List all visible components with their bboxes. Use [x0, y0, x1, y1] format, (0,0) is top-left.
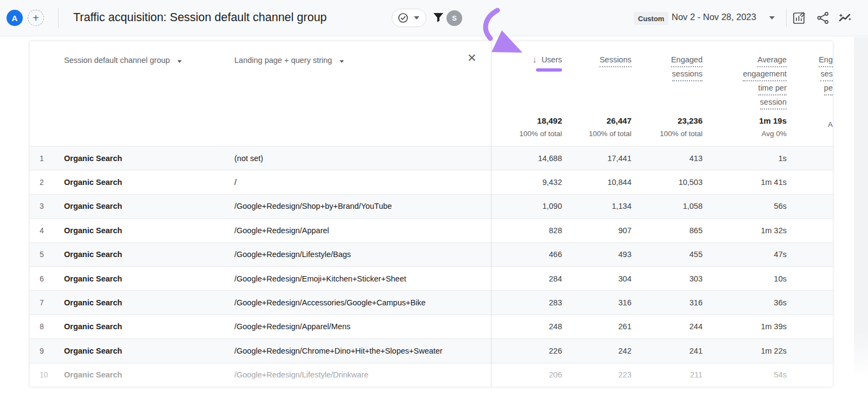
cell-users: 283	[491, 298, 562, 307]
cell-engaged-sessions: 10,503	[631, 178, 703, 187]
totals-cell: 18,492100% of total	[491, 111, 562, 146]
cell-users: 466	[491, 250, 562, 259]
metric-header-engaged-sessions[interactable]: Engagedsessions	[631, 43, 703, 112]
cell-users: 248	[491, 322, 562, 331]
cell-sessions: 304	[562, 274, 631, 283]
cell-avg-engagement-time: 1s	[703, 154, 787, 163]
cell-sessions: 1,134	[562, 202, 631, 210]
row-number: 4	[30, 226, 57, 235]
table-row: 3Organic Search/Google+Redesign/Shop+by+…	[30, 194, 833, 218]
metric-header-average-engagement-time per-session[interactable]: Averageengagementtime persession	[703, 43, 787, 112]
cell-landing-page: /Google+Redesign/Shop+by+Brand/YouTube	[228, 202, 491, 210]
metric-header-label: Sessions	[599, 53, 631, 67]
cell-engaged-sessions: 413	[631, 154, 703, 163]
totals-cell: 23,236100% of total	[631, 111, 703, 146]
date-range-selector[interactable]: Nov 2 - Nov 28, 2023	[672, 12, 756, 22]
metric-header-label: pe	[824, 81, 833, 95]
table-row: 1Organic Search(not set)14,68817,4414131…	[30, 146, 833, 170]
totals-subtext: A	[828, 120, 833, 129]
page-right-gutter	[854, 37, 868, 379]
cell-landing-page: /Google+Redesign/Accessories/Google+Camp…	[228, 298, 491, 307]
account-avatar[interactable]: A	[7, 10, 23, 26]
cell-landing-page: /	[228, 178, 491, 187]
dimension-header-landing-page-query-string[interactable]: Landing page + query string	[228, 43, 491, 112]
customize-report-icon[interactable]	[792, 10, 807, 25]
metric-header-users[interactable]: ↓Users	[491, 43, 562, 112]
cell-landing-page: /Google+Redesign/Apparel	[228, 226, 491, 235]
totals-subtext: 100% of total	[589, 130, 631, 138]
cell-engaged-sessions: 241	[631, 347, 703, 355]
cell-channel-group: Organic Search	[57, 298, 228, 307]
cell-sessions: 261	[562, 322, 631, 331]
totals-value: 26,447	[607, 116, 631, 125]
close-icon[interactable]: ✕	[467, 52, 477, 63]
cell-users: 9,432	[491, 178, 562, 187]
row-number: 8	[30, 322, 57, 331]
table-row: 9Organic Search/Google+Redesign/Chrome+D…	[30, 338, 833, 362]
collaborator-avatar[interactable]: S	[446, 10, 462, 26]
totals-cell: A	[787, 111, 833, 146]
totals-subtext: 100% of total	[660, 130, 703, 138]
cell-landing-page: /Google+Redesign/Chrome+Dino+Hit+the+Slo…	[228, 347, 491, 355]
table-row: 2Organic Search/9,43210,84410,5031m 41s	[30, 170, 833, 194]
row-number: 9	[30, 347, 57, 355]
dimension-metric-divider	[491, 41, 492, 387]
totals-value: 1m 19s	[759, 116, 787, 125]
divider	[786, 9, 787, 27]
metric-header-label: Engaged	[671, 53, 703, 67]
cell-avg-engagement-time: 47s	[703, 250, 787, 259]
cell-landing-page: (not set)	[228, 154, 491, 163]
row-number: 6	[30, 274, 57, 283]
app-bar: A + Traffic acquisition: Session default…	[0, 0, 868, 36]
totals-subtext: 100% of total	[519, 130, 562, 138]
cell-avg-engagement-time: 1m 22s	[703, 347, 787, 355]
cell-sessions: 242	[562, 347, 631, 355]
metric-header-label: session	[760, 95, 787, 110]
metric-header-label: engagement	[743, 67, 787, 81]
cell-channel-group: Organic Search	[57, 202, 228, 210]
row-number: 3	[30, 202, 57, 210]
filter-funnel-icon[interactable]	[432, 12, 444, 24]
table-row: 7Organic Search/Google+Redesign/Accessor…	[30, 290, 833, 314]
row-number: 2	[30, 178, 57, 187]
cell-users: 1,090	[491, 202, 562, 210]
cell-sessions: 907	[562, 226, 631, 235]
totals-value: 23,236	[678, 116, 703, 125]
insights-icon[interactable]	[837, 10, 852, 25]
table-row: 6Organic Search/Google+Redesign/Emoji+Ki…	[30, 266, 833, 290]
metric-header-label: Average	[757, 53, 787, 67]
table-row: 4Organic Search/Google+Redesign/Apparel8…	[30, 218, 833, 242]
cell-sessions: 493	[562, 250, 631, 259]
cell-landing-page: /Google+Redesign/Apparel/Mens	[228, 322, 491, 331]
cell-avg-engagement-time: 1m 39s	[703, 322, 787, 331]
cell-avg-engagement-time: 1m 32s	[703, 226, 787, 235]
report-status-pill[interactable]	[392, 9, 426, 27]
table-header-row: Session default channel group Landing pa…	[30, 41, 833, 111]
cell-sessions: 316	[562, 298, 631, 307]
totals-cell: 26,447100% of total	[562, 111, 631, 146]
cell-avg-engagement-time: 1m 41s	[703, 178, 787, 187]
add-comparison-button[interactable]: +	[28, 10, 44, 26]
totals-row: 18,492100% of total26,447100% of total23…	[30, 111, 833, 146]
chevron-down-icon	[177, 60, 182, 63]
totals-cell: 1m 19sAvg 0%	[703, 111, 787, 146]
share-icon[interactable]	[816, 11, 829, 24]
date-mode-badge: Custom	[634, 12, 668, 25]
metric-header-eng-ses-pe[interactable]: Engsespe	[787, 43, 833, 112]
cell-users: 14,688	[491, 154, 562, 163]
check-circle-icon	[398, 12, 409, 23]
cell-engaged-sessions: 455	[631, 250, 703, 259]
dimension-header-session-default-channel-group[interactable]: Session default channel group	[30, 43, 228, 112]
cell-engaged-sessions: 316	[631, 298, 703, 307]
metric-header-sessions[interactable]: Sessions	[562, 43, 631, 112]
cell-channel-group: Organic Search	[57, 347, 228, 355]
cell-avg-engagement-time: 10s	[703, 274, 787, 283]
totals-subtext: Avg 0%	[762, 130, 787, 138]
table-body: 1Organic Search(not set)14,68817,4414131…	[30, 146, 833, 387]
cell-landing-page: /Google+Redesign/Lifestyle/Bags	[228, 250, 491, 259]
table-row: 5Organic Search/Google+Redesign/Lifestyl…	[30, 242, 833, 266]
chevron-down-icon	[340, 60, 344, 63]
chevron-down-icon[interactable]	[769, 16, 775, 20]
annotation-highlight-underline	[536, 68, 562, 72]
cell-avg-engagement-time: 56s	[703, 202, 787, 210]
